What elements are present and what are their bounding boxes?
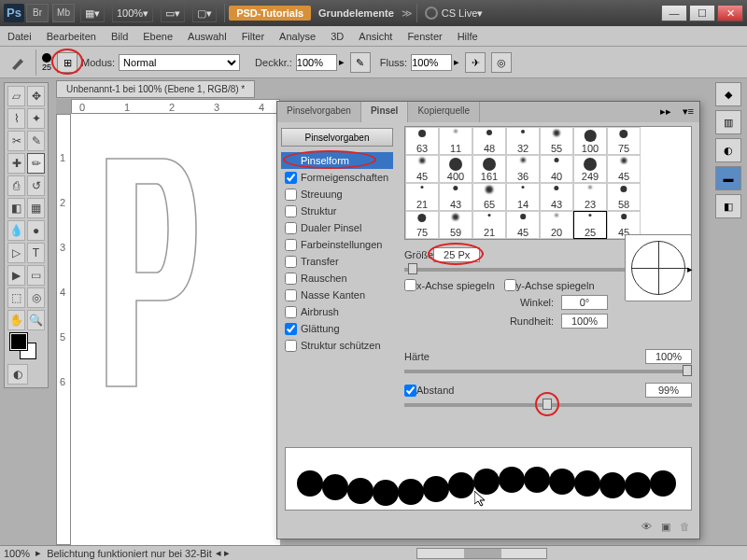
ruler-horizontal[interactable]: 01234 [71,99,280,114]
cslive-icon[interactable] [425,7,438,20]
brush-cell[interactable]: 21 [472,211,506,239]
brush-cell[interactable]: 249 [573,155,607,183]
zoom-dropdown[interactable]: 100% ▾ [112,4,153,22]
brush-cell[interactable]: 161 [472,155,506,183]
panel-menu-icon[interactable]: ▾≡ [677,102,699,122]
brush-presets-button[interactable]: Pinselvorgaben [281,128,393,147]
trash-icon[interactable]: 🗑 [680,521,690,533]
round-value[interactable]: 100% [561,314,608,329]
dodge-tool[interactable]: ● [27,220,45,241]
ruler-vertical[interactable]: 123456 [56,114,71,545]
brush-cell[interactable]: 55 [540,127,573,155]
maximize-button[interactable]: ☐ [689,5,715,21]
opacity-input[interactable] [296,54,337,71]
opacity-flyout[interactable]: ▸ [339,56,345,68]
move-tool[interactable]: ▱ [7,86,25,106]
menu-item[interactable]: Fenster [407,31,442,42]
brush-grid[interactable]: 6311483255100754540016136402494521436514… [404,126,692,240]
menu-item[interactable]: Analyse [279,31,316,42]
brush-cell[interactable]: 63 [405,127,439,155]
dock-icon[interactable]: ◆ [715,82,741,106]
menu-item[interactable]: Datei [7,31,32,42]
spacing-check[interactable] [404,385,416,397]
type-tool[interactable]: T [27,243,45,263]
tablet-size-toggle[interactable]: ◎ [491,52,512,73]
3d-tool[interactable]: ⬚ [7,287,25,308]
stamp-tool[interactable]: ⎙ [7,175,25,196]
brush-cell[interactable]: 75 [405,211,439,239]
color-swatch[interactable] [7,331,46,363]
space-value[interactable]: 99% [645,383,692,398]
angle-value[interactable]: 0° [561,295,608,310]
brush-setting-item[interactable]: Airbrush [281,303,393,320]
brush-setting-item[interactable]: Struktur [281,203,393,219]
brush-setting-item[interactable]: Farbeinstellungen [281,236,393,253]
scrollbar-horizontal[interactable] [416,548,547,559]
brush-tool-icon[interactable] [7,51,30,74]
brush-cell[interactable]: 43 [439,183,472,211]
arrange-dropdown[interactable]: ▭▾ [161,4,185,22]
quickmask-toggle[interactable]: ◐ [7,364,28,385]
menu-item[interactable]: Auswahl [188,31,227,42]
screenmode-dropdown[interactable]: ▢▾ [192,4,217,22]
dock-icon[interactable]: ◧ [715,194,741,218]
brush-cell[interactable]: 14 [506,183,540,211]
brush-cell[interactable]: 40 [540,155,573,183]
crop-tool[interactable]: ✂ [7,131,25,151]
space-slider[interactable] [404,403,692,407]
menu-item[interactable]: Filter [242,31,264,42]
tutorial-flag[interactable]: PSD-Tutorials [229,6,311,21]
brush-cell[interactable]: 11 [439,127,472,155]
brush-setting-item[interactable]: Dualer Pinsel [281,219,393,236]
brush-setting-item[interactable]: Rauschen [281,270,393,287]
brush-setting-item[interactable]: Struktur schützen [281,337,393,354]
brush-cell[interactable]: 43 [540,183,573,211]
brush-setting-item[interactable]: Formeigenschaften [281,169,393,186]
brush-cell[interactable]: 20 [540,211,573,239]
dock-icon[interactable]: ◐ [715,138,741,162]
panel-tab[interactable]: Kopierquelle [408,102,480,122]
setting-checkbox[interactable] [285,289,297,301]
brush-tool[interactable]: ✏ [27,153,45,174]
flipx-check[interactable] [404,279,416,291]
history-brush-tool[interactable]: ↺ [27,175,45,196]
brush-cell[interactable]: 48 [472,127,506,155]
cslive-label[interactable]: CS Live [442,7,478,19]
brush-cell[interactable]: 25 [573,211,607,239]
more-icon[interactable]: ≫ [402,7,413,20]
view-extras-dropdown[interactable]: ▦▾ [80,4,105,22]
shape-tool[interactable]: ▭ [27,265,45,286]
brush-cell[interactable]: 400 [439,155,472,183]
menu-item[interactable]: Bild [111,31,128,42]
angle-widget[interactable]: ▸ [625,234,692,301]
pen-tool[interactable]: ▷ [7,243,25,263]
zoom-tool[interactable]: 🔍 [27,310,45,330]
brush-cell[interactable]: 45 [405,155,439,183]
brush-cell[interactable]: 45 [607,155,641,183]
brush-cell[interactable]: 21 [405,183,439,211]
minimize-button[interactable]: — [661,5,687,21]
document-tab[interactable]: Unbenannt-1 bei 100% (Ebene 1, RGB/8) * [56,80,255,98]
eraser-tool[interactable]: ◧ [7,198,25,218]
path-select-tool[interactable]: ▶ [7,265,25,286]
heal-tool[interactable]: ✚ [7,153,25,174]
blur-tool[interactable]: 💧 [7,220,25,241]
brush-cell[interactable]: 58 [607,183,641,211]
brush-cell[interactable]: 45 [506,211,540,239]
brush-cell[interactable]: 65 [472,183,506,211]
gradient-tool[interactable]: ▦ [27,198,45,218]
3d-camera-tool[interactable]: ◎ [27,287,45,308]
hard-value[interactable]: 100% [645,349,692,364]
flow-input[interactable] [411,54,452,71]
brush-cell[interactable]: 100 [573,127,607,155]
canvas[interactable] [71,114,280,545]
hard-slider[interactable] [404,370,692,373]
brush-setting-item[interactable]: Transfer [281,253,393,270]
setting-checkbox[interactable] [285,323,297,335]
setting-checkbox[interactable] [285,273,297,285]
minibridge-button[interactable]: Mb [52,4,75,22]
brush-setting-item[interactable]: Pinselform [281,152,393,169]
setting-checkbox[interactable] [285,256,297,268]
preview-toggle-icon[interactable]: 👁 [641,521,652,533]
menu-item[interactable]: Ansicht [359,31,392,42]
